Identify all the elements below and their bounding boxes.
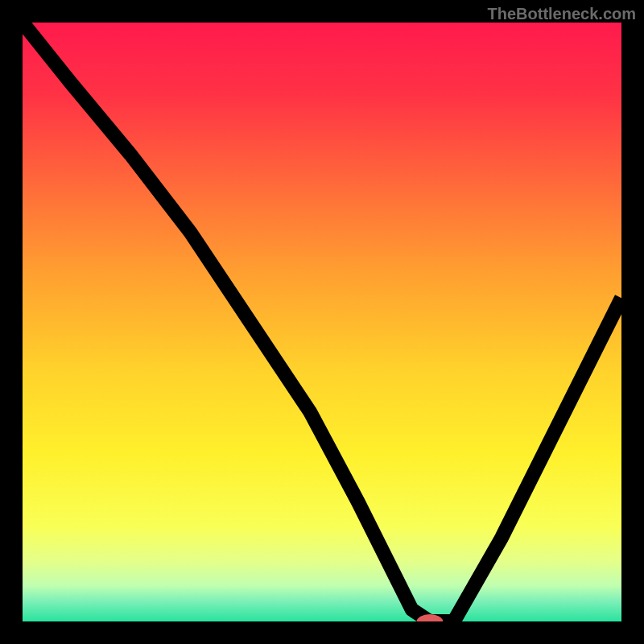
- chart-root: TheBottleneck.com: [0, 0, 644, 644]
- plot-area: [23, 23, 621, 621]
- chart-background: [23, 23, 621, 621]
- watermark-label: TheBottleneck.com: [488, 5, 636, 23]
- bottleneck-chart-svg: [23, 23, 621, 621]
